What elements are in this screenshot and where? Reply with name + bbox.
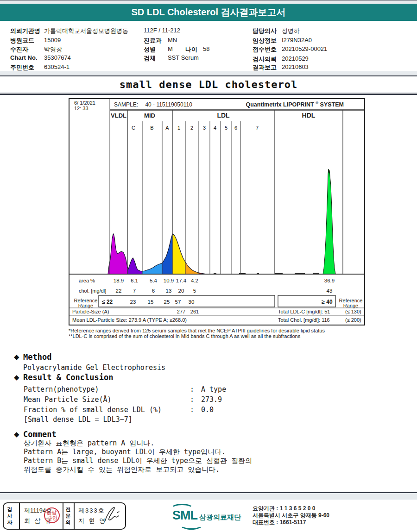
comment-line: 상기환자 표현형은 pattern A 입니다.: [24, 439, 154, 448]
specimen-value: SST Serum: [168, 54, 199, 61]
hospcode-label: 병원코드: [10, 37, 34, 45]
comment-line: Pattern A는 large, buoyant LDL이 우세한 type입…: [24, 448, 226, 457]
comment-line: Pattern B는 small dense LDL이 우세한 type으로 심…: [24, 457, 252, 465]
examiner-role-label: 검사자: [6, 506, 13, 526]
hdl-peak: [323, 169, 336, 274]
chart-date-line1: 6/ 1/2021: [74, 100, 95, 106]
mean-particle-label: Mean LDL-Particle Size: 273.9 A (TYPE A;…: [72, 317, 187, 323]
footnote-1: *Reference ranges derived from 125 serum…: [69, 328, 325, 333]
org-label: 의뢰기관명: [10, 27, 40, 35]
dept-value: MN: [168, 37, 177, 44]
org-extra: 112F / 11-212: [144, 27, 180, 34]
subband-1: 1: [177, 125, 180, 131]
result-row-colon: :: [190, 406, 194, 414]
method-heading: Method: [23, 352, 51, 362]
svg-text:6: 6: [152, 288, 155, 294]
subband-6: 6: [234, 125, 237, 131]
report-title: SD LDL Cholesterol 검사결과보고서: [0, 4, 417, 21]
chol-row-values: 22 7 6 13 20 5 43: [116, 288, 333, 294]
title-top-rule: [0, 75, 417, 76]
ref-vldl: ≤ 22: [102, 299, 113, 305]
svg-text:17.4: 17.4: [176, 278, 187, 283]
signer-divider: [63, 503, 63, 529]
signer-divider: [19, 503, 20, 529]
svg-text:18.9: 18.9: [114, 278, 124, 283]
footer-strip: [0, 493, 417, 500]
dept-label: 진료과: [144, 37, 162, 45]
svg-text:20: 20: [178, 288, 184, 294]
subband-3: 3: [203, 125, 206, 131]
total-chol: Total Chol. [mg/dl]: 116: [278, 317, 330, 323]
svg-text:13: 13: [166, 288, 172, 294]
subband-a: A: [165, 125, 169, 131]
subband-2: 2: [190, 125, 193, 131]
result-row-label: Pattern(phenotype): [24, 385, 99, 394]
subband-7: 7: [256, 125, 259, 131]
mid-strip: [0, 71, 417, 75]
svg-text:22: 22: [116, 288, 122, 294]
report-header-bar: SD LDL Cholesterol 검사결과보고서: [0, 4, 417, 21]
subband-4: 4: [214, 125, 216, 131]
result-note: [Small dense LDL = LDL3~7]: [24, 415, 133, 424]
svg-text:30: 30: [189, 299, 195, 305]
svg-text:7: 7: [133, 288, 136, 294]
svg-text:10.9: 10.9: [164, 278, 174, 283]
particle-ldl1: 277: [177, 309, 185, 314]
ref-range-box-main: [99, 295, 275, 307]
result-row-value: 0.0: [201, 406, 214, 414]
sample-label: SAMPLE:: [114, 101, 138, 108]
brand-part1: Quantimetrix LIPOPRINT: [246, 101, 314, 108]
age-label: 나이: [185, 45, 197, 54]
chol-row-label: chol. [mg/dl]: [79, 288, 106, 294]
sample-line: SAMPLE: 40 - 115119050110: [114, 101, 192, 108]
resident-value: 630524-1: [44, 63, 70, 70]
age-value: 58: [203, 45, 209, 52]
svg-text:6.1: 6.1: [131, 278, 138, 283]
method-body: Polyacrylamide Gel Electrophoresis: [23, 363, 165, 372]
patient-label: 수진자: [10, 45, 28, 54]
top-strip: [0, 0, 417, 4]
request-label: 검사의뢰: [253, 55, 277, 63]
patient-value: 박영창: [44, 45, 62, 54]
total-ldl-ref: (≤ 130): [345, 309, 361, 314]
ref-label-right-2: Range: [343, 303, 358, 308]
svg-text:4.2: 4.2: [191, 278, 198, 283]
total-ldl: Total LDL-C [mg/dl]: 51: [278, 309, 330, 314]
svg-text:57: 57: [175, 299, 181, 305]
hospcode-value: 15009: [44, 37, 61, 44]
result-bullet-icon: ◆: [14, 373, 19, 382]
particle-ldl2: 261: [190, 309, 199, 314]
method-bullet-icon: ◆: [14, 353, 19, 361]
svg-text:5.4: 5.4: [150, 278, 158, 283]
footer-info-line: 대표번호 : 1661-5117: [253, 519, 306, 526]
subband-b: B: [150, 125, 153, 131]
footnote-2: **LDL-C is comprised of the sum of chole…: [69, 333, 300, 339]
result-row-label: Fraction % of small dense LDL (%): [24, 406, 162, 414]
specimen-label: 검체: [144, 54, 156, 63]
title-bottom-rule: [0, 94, 417, 95]
chart-date-line2: 12: 33: [74, 106, 88, 111]
ref-label-left-2: Range: [78, 303, 93, 308]
comment-heading: Comment: [23, 430, 57, 439]
specialist-no: 제333호: [78, 507, 105, 515]
specialist-signature: [102, 506, 121, 526]
area-row-label: area %: [79, 278, 95, 283]
clinical-label: 임상정보: [253, 37, 277, 45]
result-row-colon: :: [190, 395, 194, 404]
stamp-glyphs: 최삼규인: [46, 509, 58, 521]
receipt-value: 20210529-00021: [282, 45, 327, 52]
result-row-label: Mean Particle Size(Å): [24, 395, 112, 404]
clinical-value: I279N32A0: [282, 37, 312, 44]
sample-value: 40 - 115119050110: [145, 101, 192, 108]
report-page: SD LDL Cholesterol 검사결과보고서 의뢰기관명 가톨릭대학교서…: [0, 0, 417, 532]
particle-label: Particle-Size (A): [72, 309, 109, 314]
brand-line: Quantimetrix LIPOPRINT ® SYSTEM: [246, 99, 344, 108]
chol-hdl-value: 43: [327, 288, 333, 294]
col-ldl: LDL: [217, 112, 230, 119]
brand-registered-icon: ®: [316, 101, 318, 105]
area-row-values: 18.9 6.1 5.4 10.9 17.4 4.2 36.9: [114, 278, 335, 283]
specialist-role-label: 전문의: [65, 506, 71, 526]
col-vldl: VLDL: [111, 112, 126, 119]
result-row-colon: :: [190, 385, 194, 394]
report-date-value: 20210603: [282, 63, 309, 70]
